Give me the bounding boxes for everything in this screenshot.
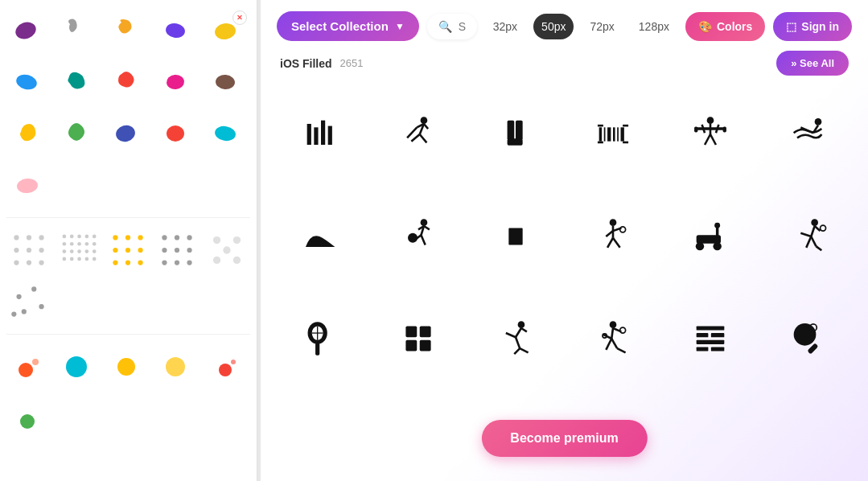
blob-brown[interactable] xyxy=(204,60,249,105)
circle-cyan[interactable] xyxy=(56,344,101,389)
icon-wall-grid[interactable] xyxy=(665,294,755,384)
colors-button[interactable]: 🎨 Colors xyxy=(685,12,765,41)
become-premium-button[interactable]: Become premium xyxy=(481,420,647,457)
divider-2 xyxy=(6,334,250,335)
svg-rect-164 xyxy=(696,326,724,330)
dot-pattern-1[interactable] xyxy=(6,228,51,273)
svg-point-12 xyxy=(39,235,43,240)
svg-line-138 xyxy=(806,236,811,248)
svg-rect-94 xyxy=(620,128,623,142)
size-50px-button[interactable]: 50px xyxy=(533,14,574,39)
icon-handball[interactable] xyxy=(374,192,463,282)
icon-row-2 xyxy=(277,192,852,282)
blob-yellow-selected[interactable]: ✕ xyxy=(204,8,249,53)
dot-row-2 xyxy=(6,279,250,324)
svg-rect-165 xyxy=(696,333,708,337)
circle-yellow2[interactable] xyxy=(154,344,200,389)
svg-point-148 xyxy=(518,321,525,328)
svg-point-46 xyxy=(125,260,130,265)
svg-rect-118 xyxy=(508,228,522,245)
blob-red2[interactable] xyxy=(154,111,200,156)
see-all-button[interactable]: » See All xyxy=(776,51,849,76)
svg-point-72 xyxy=(219,364,232,376)
blob-orange[interactable] xyxy=(105,8,150,53)
circle-red[interactable] xyxy=(204,344,249,389)
svg-point-29 xyxy=(63,249,67,253)
icon-table-tennis[interactable] xyxy=(569,294,658,384)
dot-pattern-4[interactable] xyxy=(154,228,200,273)
palette-icon: 🎨 xyxy=(698,20,712,33)
icon-gymnast[interactable] xyxy=(471,294,561,384)
signin-button[interactable]: ⬚ Sign in xyxy=(773,12,852,41)
svg-line-117 xyxy=(424,226,430,229)
svg-point-23 xyxy=(93,235,97,239)
svg-line-82 xyxy=(420,134,427,142)
svg-point-20 xyxy=(70,235,74,239)
see-all-label: » See All xyxy=(791,57,834,69)
remove-blob-btn[interactable]: ✕ xyxy=(232,10,247,25)
svg-rect-76 xyxy=(315,128,319,146)
icon-window-grid[interactable] xyxy=(374,294,463,384)
search-icon: 🔍 xyxy=(438,20,452,33)
signin-label: Sign in xyxy=(801,20,839,33)
icon-tennis-racket[interactable] xyxy=(277,294,366,384)
svg-point-40 xyxy=(125,235,130,240)
select-collection-button[interactable]: Select Collection ▼ xyxy=(277,11,419,41)
icon-goal-net[interactable] xyxy=(471,192,561,282)
blob-blue[interactable] xyxy=(6,60,51,105)
svg-point-39 xyxy=(113,235,117,240)
search-input[interactable] xyxy=(459,20,466,33)
blob-yellow2[interactable] xyxy=(6,111,51,156)
size-72px-button[interactable]: 72px xyxy=(582,14,622,39)
icon-swimmer[interactable] xyxy=(763,90,852,179)
svg-rect-98 xyxy=(623,142,628,144)
svg-rect-78 xyxy=(328,126,332,145)
blob-indigo[interactable] xyxy=(154,8,200,53)
blob-gray[interactable] xyxy=(56,8,101,53)
icon-runner[interactable] xyxy=(763,192,852,282)
icon-cricket-player[interactable] xyxy=(374,90,463,179)
svg-line-158 xyxy=(611,339,617,348)
circle-yellow[interactable] xyxy=(105,344,150,389)
svg-point-59 xyxy=(212,257,220,264)
circle-orange[interactable] xyxy=(6,344,51,389)
blob-blue2[interactable] xyxy=(105,111,150,156)
svg-point-38 xyxy=(93,257,97,261)
icon-lawn-mower[interactable] xyxy=(665,192,755,282)
icon-barcode-building[interactable] xyxy=(277,90,366,179)
svg-point-18 xyxy=(39,260,43,265)
svg-line-133 xyxy=(800,233,811,236)
svg-line-124 xyxy=(613,238,620,248)
svg-rect-75 xyxy=(307,124,311,145)
svg-line-105 xyxy=(710,134,716,145)
svg-point-2 xyxy=(213,22,237,41)
svg-rect-146 xyxy=(406,340,418,352)
icon-tennis-player[interactable] xyxy=(569,192,658,282)
blob-green[interactable] xyxy=(56,111,101,156)
svg-line-123 xyxy=(607,238,613,248)
dot-pattern-3[interactable] xyxy=(105,228,150,273)
dot-pattern-5[interactable] xyxy=(204,228,249,273)
svg-point-43 xyxy=(125,248,130,253)
icon-mountain[interactable] xyxy=(277,192,366,282)
circle-green[interactable] xyxy=(6,396,51,441)
size-128px-button[interactable]: 128px xyxy=(631,14,677,39)
blob-pink[interactable] xyxy=(154,60,200,105)
icon-weightlifter[interactable] xyxy=(665,90,755,179)
dot-pattern-6[interactable] xyxy=(6,279,51,324)
size-32px-button[interactable]: 32px xyxy=(485,14,525,39)
blob-purple[interactable] xyxy=(6,8,51,53)
svg-point-99 xyxy=(706,117,714,125)
icon-ping-pong-paddle[interactable] xyxy=(763,294,852,384)
blob-teal[interactable] xyxy=(56,60,101,105)
svg-point-79 xyxy=(421,117,428,125)
svg-point-25 xyxy=(70,242,74,246)
blob-lightpink[interactable] xyxy=(6,162,51,208)
colors-label: Colors xyxy=(717,20,752,33)
blob-cyan[interactable] xyxy=(204,111,249,156)
blob-red[interactable] xyxy=(105,60,150,105)
icon-barcode-scanner[interactable] xyxy=(569,90,658,179)
icon-baseball-mitt[interactable] xyxy=(471,90,561,179)
svg-rect-93 xyxy=(617,128,619,142)
dot-pattern-2[interactable] xyxy=(56,228,101,273)
